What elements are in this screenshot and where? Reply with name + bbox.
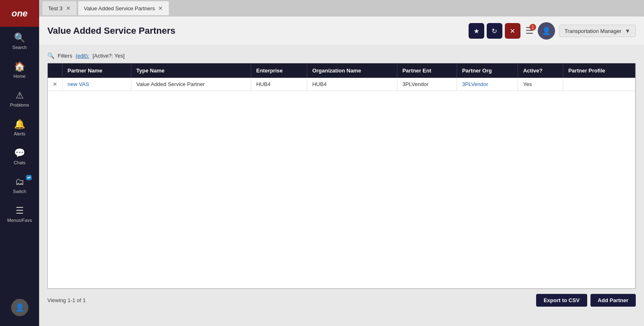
notifications-button[interactable]: ☰ 1 — [525, 26, 534, 36]
sidebar-label-search: Search — [12, 45, 27, 50]
sidebar-item-home[interactable]: 🏠 Home — [0, 56, 39, 84]
user-avatar[interactable]: 👤 — [538, 22, 555, 40]
problems-icon: ⚠ — [16, 90, 24, 101]
dropdown-arrow-icon: ▼ — [625, 28, 630, 34]
col-partner-name[interactable]: Partner Name — [63, 63, 131, 78]
filter-bar: 🔍 Filters (edit): [Active?: Yes] — [47, 52, 636, 59]
content-area: 🔍 Filters (edit): [Active?: Yes] Partner… — [39, 46, 644, 326]
user-dropdown[interactable]: Transportation Manager ▼ — [559, 25, 636, 37]
header-actions: ★ ↻ ✕ ☰ 1 👤 Transportation Manager ▼ — [469, 22, 636, 40]
partner-name-link[interactable]: new VAS — [68, 81, 89, 87]
page-title: Value Added Service Partners — [47, 26, 175, 36]
table-body: ✕ new VAS Value Added Service Partner HU… — [48, 78, 635, 289]
sidebar-bottom: 👤 — [11, 293, 28, 326]
viewing-count: Viewing 1-1 of 1 — [47, 297, 86, 303]
app-logo[interactable]: one — [0, 0, 39, 27]
col-partner-org[interactable]: Partner Org — [457, 63, 518, 78]
sidebar: one 🔍 Search 🏠 Home ⚠ Problems 🔔 Alerts … — [0, 0, 39, 326]
sidebar-item-alerts[interactable]: 🔔 Alerts — [0, 113, 39, 142]
switch-icon: 🗂 — [15, 177, 24, 187]
row-type-name: Value Added Service Partner — [131, 78, 251, 91]
tab-bar: Test 3 ✕ Value Added Service Partners ✕ — [39, 0, 644, 16]
export-csv-button[interactable]: Export to CSV — [536, 294, 587, 307]
tab-vasp-close[interactable]: ✕ — [158, 5, 163, 12]
add-partner-button[interactable]: Add Partner — [590, 294, 636, 307]
col-organization-name[interactable]: Organization Name — [307, 63, 397, 78]
empty-rows — [48, 91, 635, 289]
sidebar-item-chats[interactable]: 💬 Chats — [0, 142, 39, 171]
sidebar-label-switch: Switch — [13, 189, 26, 194]
avatar-icon: 👤 — [11, 299, 28, 316]
row-delete-cell[interactable]: ✕ — [48, 78, 63, 91]
sidebar-label-problems: Problems — [10, 102, 29, 107]
tab-vasp[interactable]: Value Added Service Partners ✕ — [78, 1, 169, 15]
filters-label: Filters — [58, 53, 72, 59]
logo-text: one — [12, 8, 28, 19]
header-right: ☰ 1 👤 Transportation Manager ▼ — [525, 22, 636, 40]
close-button[interactable]: ✕ — [505, 23, 520, 39]
row-partner-name[interactable]: new VAS — [63, 78, 131, 91]
user-name: Transportation Manager — [565, 28, 621, 34]
tab-test3-label: Test 3 — [48, 5, 63, 12]
sidebar-item-search[interactable]: 🔍 Search — [0, 27, 39, 56]
col-select — [48, 63, 63, 78]
tab-test3[interactable]: Test 3 ✕ — [42, 1, 77, 15]
sidebar-item-switch[interactable]: 🗂 ⇄ Switch — [0, 171, 39, 200]
data-table: Partner Name Type Name Enterprise Organi… — [48, 63, 635, 289]
row-enterprise: HUB4 — [251, 78, 307, 91]
data-table-wrapper: Partner Name Type Name Enterprise Organi… — [47, 63, 636, 289]
sidebar-label-menusfavs: Menus/Favs — [7, 218, 32, 223]
sidebar-item-problems[interactable]: ⚠ Problems — [0, 84, 39, 113]
row-active: Yes — [518, 78, 563, 91]
table-footer: Viewing 1-1 of 1 Export to CSV Add Partn… — [47, 294, 636, 307]
filters-edit-link[interactable]: (edit): — [75, 53, 89, 59]
row-partner-ent: 3PLVendor — [397, 78, 457, 91]
table-header-row: Partner Name Type Name Enterprise Organi… — [48, 63, 635, 78]
row-organization-name: HUB4 — [307, 78, 397, 91]
table-row: ✕ new VAS Value Added Service Partner HU… — [48, 78, 635, 91]
col-type-name[interactable]: Type Name — [131, 63, 251, 78]
row-partner-org[interactable]: 3PLVendor — [457, 78, 518, 91]
col-active[interactable]: Active? — [518, 63, 563, 78]
tab-vasp-label: Value Added Service Partners — [84, 5, 155, 12]
col-partner-ent[interactable]: Partner Ent — [397, 63, 457, 78]
switch-badge: ⇄ — [26, 175, 32, 180]
col-partner-profile[interactable]: Partner Profile — [563, 63, 635, 78]
footer-actions: Export to CSV Add Partner — [536, 294, 636, 307]
main-area: Test 3 ✕ Value Added Service Partners ✕ … — [39, 0, 644, 326]
sidebar-user-avatar[interactable]: 👤 — [11, 293, 28, 322]
home-icon: 🏠 — [14, 61, 25, 72]
sidebar-label-chats: Chats — [14, 160, 26, 165]
refresh-button[interactable]: ↻ — [487, 23, 502, 39]
star-button[interactable]: ★ — [469, 23, 484, 39]
chats-icon: 💬 — [14, 148, 25, 158]
sidebar-item-menusfavs[interactable]: ☰ Menus/Favs — [0, 200, 39, 228]
notification-badge: 1 — [530, 24, 536, 30]
partner-org-link[interactable]: 3PLVendor — [462, 81, 488, 87]
page-header: Value Added Service Partners ★ ↻ ✕ ☰ 1 👤… — [39, 16, 644, 46]
sidebar-label-alerts: Alerts — [14, 131, 25, 136]
row-partner-profile — [563, 78, 635, 91]
alerts-icon: 🔔 — [14, 119, 25, 130]
action-buttons: ★ ↻ ✕ — [469, 23, 520, 39]
menusfavs-icon: ☰ — [16, 205, 24, 216]
sidebar-label-home: Home — [14, 74, 26, 79]
col-enterprise[interactable]: Enterprise — [251, 63, 307, 78]
filter-search-icon: 🔍 — [47, 52, 54, 59]
filters-active-value: [Active?: Yes] — [93, 53, 125, 59]
tab-test3-close[interactable]: ✕ — [66, 5, 71, 12]
search-icon: 🔍 — [14, 33, 25, 43]
row-delete-icon[interactable]: ✕ — [53, 81, 57, 87]
